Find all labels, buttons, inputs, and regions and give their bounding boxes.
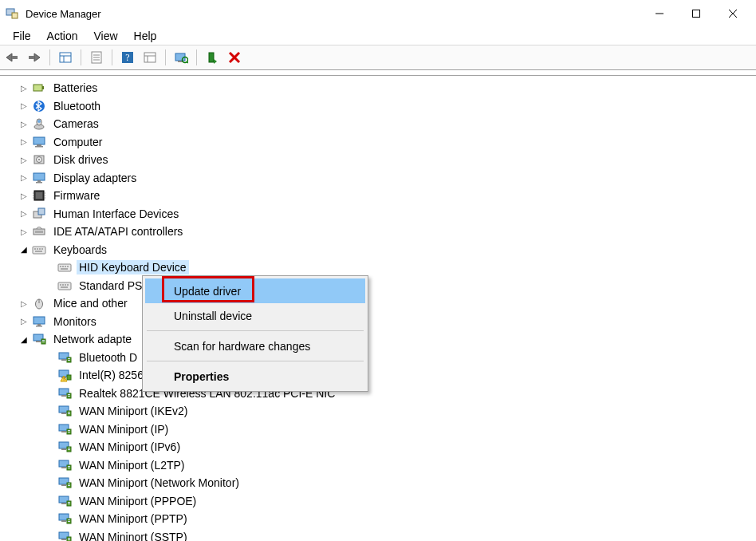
tree-category[interactable]: ▷Cameras [3, 115, 756, 133]
disable-button[interactable] [226, 49, 243, 66]
svg-rect-117 [61, 484, 66, 486]
svg-rect-114 [68, 466, 70, 467]
menu-view[interactable]: View [85, 28, 125, 44]
tree-category[interactable]: ▷Disk drives [3, 151, 756, 169]
chevron-down-icon[interactable]: ◢ [18, 243, 30, 256]
app-icon [5, 6, 19, 21]
scan-button[interactable] [172, 49, 190, 66]
tree-category-label: Network adapte [51, 332, 134, 346]
network-icon [57, 350, 72, 365]
context-menu-item[interactable]: Update driver [145, 278, 365, 303]
svg-rect-57 [39, 248, 41, 250]
context-menu-item[interactable]: Scan for hardware changes [145, 334, 365, 358]
tree-device[interactable]: !Intel(R) 8256 [3, 366, 756, 385]
forward-button[interactable] [26, 49, 43, 66]
tree-category[interactable]: ▷Bluetooth [3, 97, 756, 116]
menu-help[interactable]: Help [126, 28, 165, 44]
chevron-right-icon[interactable]: ▷ [18, 100, 30, 113]
tree-device[interactable]: WAN Miniport (PPPOE) [3, 492, 756, 511]
tree-category[interactable]: ▷Monitors [3, 313, 756, 331]
device-tree[interactable]: ▷Batteries▷Bluetooth▷Cameras▷Computer▷Di… [0, 76, 756, 541]
svg-rect-97 [61, 413, 66, 414]
help-button[interactable]: ? [119, 49, 136, 66]
svg-rect-69 [65, 284, 66, 286]
tree-category[interactable]: ▷Firmware [3, 187, 756, 205]
svg-rect-34 [37, 144, 41, 146]
svg-rect-110 [68, 449, 70, 450]
tree-category[interactable]: ◢Keyboards [3, 241, 756, 259]
context-menu-item[interactable]: Properties [145, 364, 365, 389]
close-button[interactable] [715, 2, 751, 26]
tree-category[interactable]: ◢Network adapte [3, 330, 756, 349]
svg-rect-78 [36, 341, 41, 342]
tree-device[interactable]: WAN Miniport (IKEv2) [3, 402, 756, 421]
tree-category[interactable]: ▷Batteries [3, 79, 756, 97]
svg-rect-54 [33, 247, 45, 254]
chevron-right-icon[interactable]: ▷ [18, 153, 30, 166]
tree-category[interactable]: ▷IDE ATA/ATAPI controllers [3, 223, 756, 241]
chevron-right-icon[interactable]: ▷ [18, 136, 30, 148]
tree-device[interactable]: WAN Miniport (IP) [3, 421, 756, 439]
svg-rect-81 [42, 342, 45, 342]
tree-category[interactable]: ▷Computer [3, 133, 756, 152]
back-button[interactable] [3, 49, 21, 66]
tree-category[interactable]: ▷Human Interface Devices [3, 205, 756, 223]
svg-rect-67 [60, 284, 61, 286]
chevron-right-icon[interactable]: ▷ [18, 225, 30, 238]
monitor-icon [32, 314, 46, 329]
svg-rect-120 [68, 485, 70, 486]
maximize-button[interactable] [678, 2, 715, 26]
chevron-right-icon[interactable]: ▷ [18, 172, 30, 184]
chevron-right-icon[interactable]: ▷ [18, 117, 30, 130]
properties-button[interactable] [88, 49, 105, 66]
tree-device[interactable]: WAN Miniport (IPv6) [3, 438, 756, 456]
svg-rect-135 [68, 539, 70, 540]
svg-rect-35 [35, 146, 43, 148]
toolbar-separator [49, 49, 50, 65]
svg-rect-41 [36, 182, 42, 184]
minimize-button[interactable] [641, 2, 678, 26]
svg-rect-17 [144, 53, 156, 62]
tree-device[interactable]: WAN Miniport (Network Monitor) [3, 474, 756, 492]
svg-rect-85 [68, 358, 70, 359]
svg-rect-68 [62, 284, 64, 286]
svg-rect-92 [61, 395, 66, 397]
context-menu-item[interactable]: Uninstall device [145, 303, 365, 328]
tree-device[interactable]: Bluetooth D [3, 349, 756, 367]
menu-file[interactable]: File [5, 28, 39, 44]
tree-category[interactable]: ▷Mice and other [3, 294, 756, 313]
tree-device[interactable]: Realtek 8821CE Wireless LAN 802.11ac PCI… [3, 385, 756, 403]
tree-device[interactable]: HID Keyboard Device [3, 259, 756, 277]
tree-category[interactable]: ▷Display adapters [3, 169, 756, 188]
show-hidden-button[interactable] [57, 49, 74, 66]
refresh-button[interactable] [141, 49, 159, 66]
network-icon [32, 332, 46, 346]
chevron-right-icon[interactable]: ▷ [18, 297, 30, 310]
tree-device[interactable]: Standard PS [3, 277, 756, 295]
chevron-down-icon[interactable]: ◢ [18, 333, 30, 346]
menu-action[interactable]: Action [39, 28, 86, 44]
tree-device-label: WAN Miniport (L2TP) [77, 458, 187, 472]
svg-rect-109 [68, 448, 70, 448]
svg-rect-119 [68, 484, 70, 484]
svg-point-38 [38, 159, 40, 160]
network-warn-icon: ! [57, 368, 72, 382]
svg-rect-43 [36, 192, 42, 199]
tree-category-label: IDE ATA/ATAPI controllers [51, 224, 185, 239]
camera-icon [32, 116, 46, 131]
chevron-right-icon[interactable]: ▷ [18, 189, 30, 202]
svg-rect-63 [65, 266, 66, 267]
mouse-icon [32, 296, 46, 310]
tree-device[interactable]: WAN Mininort (SSTP) [3, 528, 756, 542]
chevron-right-icon[interactable]: ▷ [18, 81, 30, 94]
tree-device[interactable]: WAN Miniport (PPTP) [3, 510, 756, 528]
tree-device[interactable]: WAN Miniport (L2TP) [3, 456, 756, 475]
svg-rect-127 [61, 520, 66, 522]
chevron-right-icon[interactable]: ▷ [18, 315, 30, 328]
toolbar: ? [0, 45, 756, 70]
enable-button[interactable] [203, 49, 221, 66]
svg-rect-94 [68, 394, 70, 395]
chevron-right-icon[interactable]: ▷ [18, 207, 30, 220]
tree-category-label: Batteries [51, 81, 100, 95]
network-icon [57, 458, 72, 472]
